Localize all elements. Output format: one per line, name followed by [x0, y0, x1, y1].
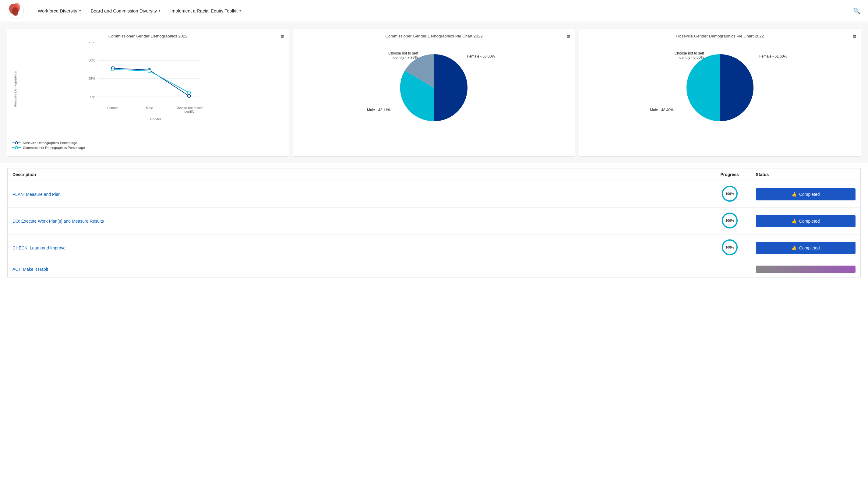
legend-commissioner-label: Commissioner Demographics Percentage	[23, 146, 85, 150]
status-cell: 👍 Completed	[751, 181, 861, 208]
table-section: Description Progress Status PLAN: Measur…	[0, 163, 868, 282]
legend-roseville: Roseville Demographics Percentage	[12, 141, 284, 145]
roseville-pie-title: Roseville Gender Demographics Pie Chart …	[584, 34, 856, 38]
male-label: Male - 42.11%	[367, 108, 391, 112]
progress-circle-svg: 100%	[721, 239, 738, 256]
svg-text:identify: identify	[184, 110, 194, 113]
chart-legend: Roseville Demographics Percentage Commis…	[12, 141, 284, 150]
svg-text:100%: 100%	[725, 245, 734, 249]
progress-cell: 100%	[708, 208, 751, 235]
progress-cell: 100%	[708, 181, 751, 208]
act-button[interactable]	[756, 266, 856, 273]
description-cell: DO: Execute Work Plan(s) and Measure Res…	[8, 208, 708, 235]
completed-label: Completed	[799, 245, 820, 250]
thumbs-up-icon: 👍	[792, 192, 797, 197]
chevron-down-icon: ▾	[79, 9, 81, 13]
roseville-pie-card: Roseville Gender Demographics Pie Chart …	[579, 29, 861, 156]
col-description: Description	[8, 169, 708, 181]
commissioner-pie-menu[interactable]: ≡	[567, 34, 570, 39]
completed-label: Completed	[799, 192, 820, 197]
col-progress: Progress	[708, 169, 751, 181]
data-table: Description Progress Status PLAN: Measur…	[7, 168, 861, 277]
svg-text:Choose not to self: Choose not to self	[176, 106, 203, 110]
description-link[interactable]: PLAN: Measure and Plan	[12, 192, 61, 197]
thumbs-up-icon: 👍	[792, 245, 797, 250]
svg-point-21	[148, 69, 151, 72]
description-link[interactable]: CHECK: Learn and Improve	[12, 245, 65, 250]
commissioner-pie-container: Female - 50.00% Male - 42.11% Choose not…	[298, 42, 570, 133]
progress-circle-svg: 100%	[721, 185, 738, 202]
progress-circle-svg: 100%	[721, 212, 738, 229]
nav-workforce-label: Workforce Diversity	[38, 8, 78, 13]
col-status: Status	[751, 169, 861, 181]
svg-point-19	[188, 94, 191, 97]
completed-button[interactable]: 👍 Completed	[756, 188, 856, 201]
chevron-down-icon: ▾	[159, 9, 160, 13]
choose-label: Choose not to self identify - 7.89%	[388, 51, 418, 60]
progress-cell	[708, 261, 751, 277]
table-row: ACT: Make It Habit	[8, 261, 861, 277]
svg-text:Male: Male	[146, 106, 153, 110]
completed-label: Completed	[799, 219, 820, 223]
table-row: PLAN: Measure and Plan100%👍 Completed	[8, 181, 861, 208]
roseville-pie-container: Female - 51.60% Male - 48.40% Choose not…	[584, 42, 856, 133]
nav-board-label: Board and Commission Diversity	[91, 8, 157, 13]
roseville-pie-menu[interactable]: ≡	[853, 34, 856, 39]
svg-point-26	[15, 147, 18, 149]
description-cell: PLAN: Measure and Plan	[8, 181, 708, 208]
line-chart-card: Commissioner Gender Demographics 2022 ≡ …	[7, 29, 289, 156]
svg-text:75%: 75%	[89, 42, 95, 44]
commissioner-pie-title: Commissioner Gender Demographics Pie Cha…	[298, 34, 570, 38]
svg-text:0%: 0%	[90, 95, 95, 99]
search-icon[interactable]: 🔍	[853, 7, 861, 14]
nav-board-commission[interactable]: Board and Commission Diversity ▾	[87, 6, 164, 16]
nav-workforce-diversity[interactable]: Workforce Diversity ▾	[34, 6, 85, 16]
logo[interactable]	[7, 2, 24, 20]
svg-text:100%: 100%	[725, 219, 734, 222]
x-axis-label: Gender	[27, 117, 284, 121]
description-link[interactable]: DO: Execute Work Plan(s) and Measure Res…	[12, 219, 104, 223]
chevron-down-icon: ▾	[239, 9, 241, 13]
progress-cell: 100%	[708, 235, 751, 261]
svg-point-20	[112, 68, 115, 71]
roseville-female-label: Female - 51.60%	[759, 54, 787, 58]
svg-text:Female: Female	[107, 106, 119, 110]
legend-commissioner: Commissioner Demographics Percentage	[12, 146, 284, 150]
table-row: CHECK: Learn and Improve100%👍 Completed	[8, 235, 861, 261]
line-chart-menu[interactable]: ≡	[281, 34, 284, 39]
charts-section: Commissioner Gender Demographics 2022 ≡ …	[0, 22, 868, 163]
female-label: Female - 50.00%	[467, 54, 495, 58]
description-link[interactable]: ACT: Make It Habit	[12, 267, 48, 272]
status-cell	[751, 261, 861, 277]
table-row: DO: Execute Work Plan(s) and Measure Res…	[8, 208, 861, 235]
description-cell: CHECK: Learn and Improve	[8, 235, 708, 261]
roseville-male-label: Male - 48.40%	[650, 108, 673, 112]
y-axis-label: Roseville Demographics	[13, 71, 17, 107]
svg-text:50%: 50%	[89, 58, 95, 62]
completed-button[interactable]: 👍 Completed	[756, 215, 856, 227]
description-cell: ACT: Make It Habit	[8, 261, 708, 277]
navbar: Workforce Diversity ▾ Board and Commissi…	[0, 0, 868, 22]
line-chart-svg: 75% 50% 25% 0% Female Male Choose not to…	[27, 42, 284, 115]
nav-racial-label: Implement a Racial Equity Toolkit	[170, 8, 238, 13]
svg-text:100%: 100%	[725, 192, 734, 196]
legend-roseville-label: Roseville Demographics Percentage	[23, 141, 77, 145]
status-cell: 👍 Completed	[751, 208, 861, 235]
svg-point-24	[15, 142, 18, 144]
line-chart-title: Commissioner Gender Demographics 2022	[12, 34, 284, 38]
nav-racial-equity[interactable]: Implement a Racial Equity Toolkit ▾	[166, 6, 245, 16]
commissioner-pie-card: Commissioner Gender Demographics Pie Cha…	[293, 29, 575, 156]
completed-button[interactable]: 👍 Completed	[756, 242, 856, 254]
thumbs-up-icon: 👍	[792, 219, 797, 223]
svg-point-22	[188, 91, 191, 94]
nav-items: Workforce Diversity ▾ Board and Commissi…	[34, 6, 853, 16]
status-cell: 👍 Completed	[751, 235, 861, 261]
roseville-choose-label: Choose not to self identify - 0.00%	[674, 51, 704, 60]
svg-text:25%: 25%	[89, 77, 95, 81]
